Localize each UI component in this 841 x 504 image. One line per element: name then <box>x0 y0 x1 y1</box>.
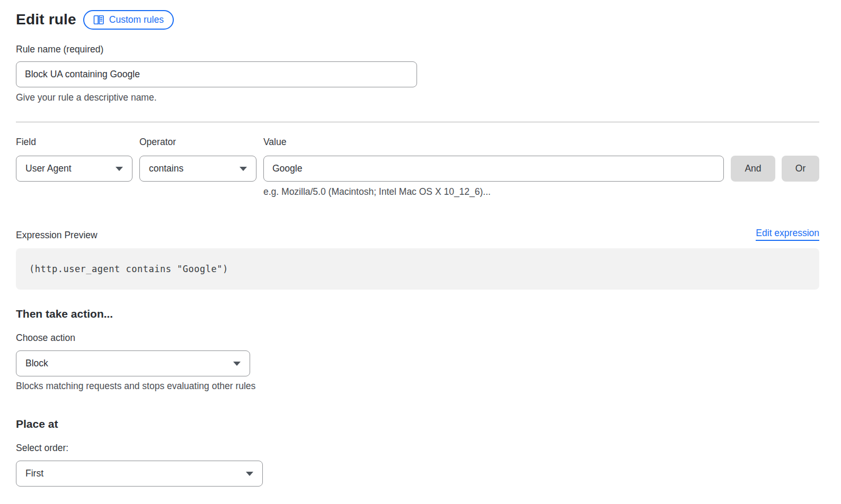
expression-code: (http.user_agent contains "Google") <box>29 264 228 274</box>
condition-row: Field User Agent Operator contains Value… <box>16 137 819 182</box>
page-header: Edit rule Custom rules <box>16 10 819 30</box>
caret-down-icon <box>233 362 241 366</box>
rule-name-help: Give your rule a descriptive name. <box>16 92 819 103</box>
field-dropdown-value: User Agent <box>25 163 72 174</box>
open-book-icon <box>93 15 104 25</box>
or-button[interactable]: Or <box>782 156 819 182</box>
action-section-heading: Then take action... <box>16 308 819 320</box>
rule-name-label: Rule name (required) <box>16 44 819 55</box>
operator-dropdown[interactable]: contains <box>139 156 256 182</box>
operator-label: Operator <box>139 137 256 148</box>
field-dropdown[interactable]: User Agent <box>16 156 132 182</box>
expression-preview-label: Expression Preview <box>16 230 98 241</box>
caret-down-icon <box>240 167 247 171</box>
action-help: Blocks matching requests and stops evalu… <box>16 381 819 392</box>
and-button[interactable]: And <box>731 156 775 182</box>
caret-down-icon <box>116 167 123 171</box>
order-dropdown-value: First <box>25 468 43 479</box>
edit-expression-link[interactable]: Edit expression <box>756 228 819 241</box>
caret-down-icon <box>246 472 253 476</box>
place-at-heading: Place at <box>16 418 819 430</box>
action-dropdown-value: Block <box>25 358 48 369</box>
operator-dropdown-value: contains <box>149 163 183 174</box>
value-input[interactable] <box>263 156 724 182</box>
custom-rules-badge-label: Custom rules <box>109 14 164 25</box>
order-dropdown[interactable]: First <box>16 461 263 487</box>
section-divider <box>16 122 819 122</box>
page-title: Edit rule <box>16 11 76 28</box>
custom-rules-badge[interactable]: Custom rules <box>83 10 174 30</box>
expression-preview-box: (http.user_agent contains "Google") <box>16 248 819 290</box>
value-label: Value <box>263 137 724 148</box>
rule-name-input[interactable] <box>16 61 417 87</box>
value-help: e.g. Mozilla/5.0 (Macintosh; Intel Mac O… <box>263 186 819 197</box>
field-label: Field <box>16 137 132 148</box>
select-order-label: Select order: <box>16 443 819 454</box>
choose-action-label: Choose action <box>16 332 819 344</box>
action-dropdown[interactable]: Block <box>16 350 250 376</box>
edit-rule-form: Edit rule Custom rules Rule name (requir… <box>0 0 841 487</box>
